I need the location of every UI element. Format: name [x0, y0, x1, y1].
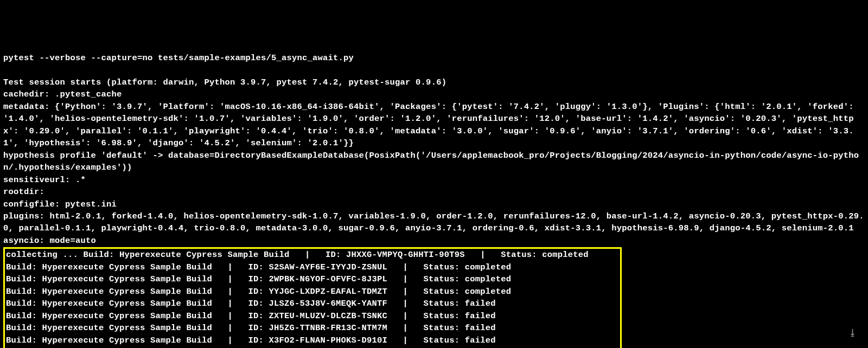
build-row: Build: Hyperexecute Cypress Sample Build…	[6, 310, 619, 322]
rootdir-line: rootdir:	[3, 187, 44, 197]
collecting-prefix: collecting ...	[6, 250, 84, 260]
build-row: Build: Hyperexecute Cypress Sample Build…	[6, 322, 619, 334]
build-row: Build: Hyperexecute Cypress Sample Build…	[6, 298, 619, 310]
build-row: Build: Hyperexecute Cypress Sample Build…	[6, 334, 619, 346]
metadata-line: metadata: {'Python': '3.9.7', 'Platform'…	[3, 102, 859, 148]
first-build-row: Build: Hyperexecute Cypress Sample Build…	[84, 250, 589, 260]
scroll-down-icon[interactable]: ⭳	[848, 327, 857, 340]
hypothesis-line: hypothesis profile 'default' -> database…	[3, 151, 859, 172]
build-row: Build: Hyperexecute Cypress Sample Build…	[6, 286, 619, 298]
plugins-line: plugins: html-2.0.1, forked-1.4.0, helio…	[3, 211, 864, 233]
session-header: Test session starts (platform: darwin, P…	[3, 78, 446, 87]
cachedir-line: cachedir: .pytest_cache	[3, 89, 122, 99]
command-line: pytest --verbose --capture=no tests/samp…	[3, 53, 354, 63]
collecting-row: collecting ... Build: Hyperexecute Cypre…	[6, 249, 619, 261]
sensitiveurl-line: sensitiveurl: .*	[3, 175, 86, 185]
highlighted-output-box: collecting ... Build: Hyperexecute Cypre…	[3, 247, 622, 348]
asyncio-line: asyncio: mode=auto	[3, 236, 96, 246]
configfile-line: configfile: pytest.ini	[3, 199, 117, 209]
build-row: Build: Hyperexecute Cypress Sample Build…	[6, 273, 619, 285]
build-row: Build: Hyperexecute Cypress Sample Build…	[6, 261, 619, 273]
